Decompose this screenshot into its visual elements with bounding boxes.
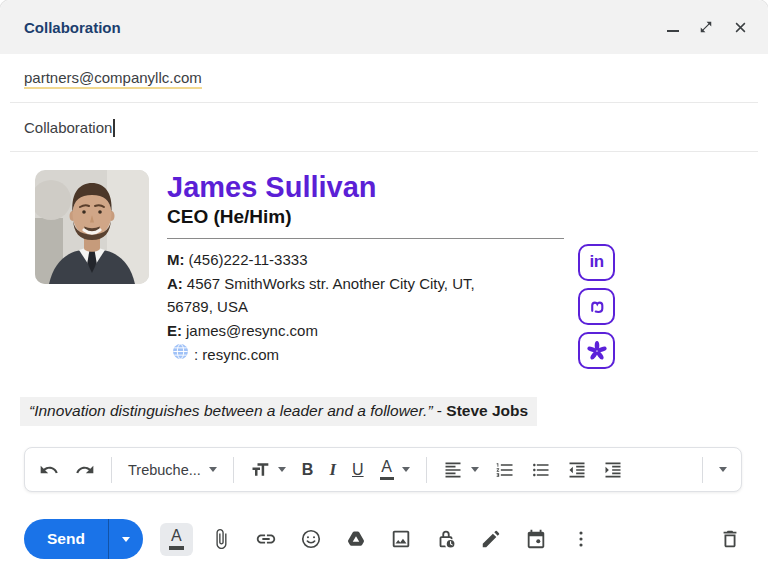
italic-button[interactable]: I	[329, 460, 336, 480]
send-split-button: Send	[24, 519, 143, 559]
more-options-icon[interactable]	[565, 523, 598, 556]
pop-out-icon[interactable]	[699, 20, 713, 34]
globe-icon	[172, 343, 189, 367]
undo-icon[interactable]	[39, 460, 59, 480]
underline-button[interactable]: U	[352, 461, 364, 479]
drive-icon[interactable]	[340, 523, 373, 556]
signature-quote: “Innovation distinguishes between a lead…	[20, 397, 537, 426]
insert-link-icon[interactable]	[250, 523, 283, 556]
send-button[interactable]: Send	[24, 519, 108, 559]
text-color-dropdown[interactable]: A	[380, 459, 410, 481]
compose-action-bar: Send A	[24, 517, 746, 561]
font-family-dropdown[interactable]: Trebuche...	[128, 462, 217, 478]
confidential-mode-icon[interactable]	[430, 523, 463, 556]
chevron-down-icon	[122, 537, 130, 542]
quote-author: Steve Jobs	[446, 402, 528, 419]
quote-text: “Innovation distinguishes between a lead…	[29, 402, 433, 419]
minimize-icon[interactable]	[667, 22, 679, 32]
signature-social-links: in	[578, 244, 615, 369]
chevron-down-icon	[402, 467, 410, 472]
toolbar-separator	[233, 457, 234, 483]
signature-block: James Sullivan CEO (He/Him) M:(456)222-1…	[167, 171, 567, 367]
signature-photo	[35, 170, 149, 284]
indent-increase-icon[interactable]	[603, 460, 623, 480]
formatting-options-button[interactable]: A	[160, 523, 193, 556]
formatting-toolbar: Trebuche... B I U A	[24, 447, 742, 492]
signature-contacts: M:(456)222-11-3333 A:4567 SmithWorks str…	[167, 248, 519, 367]
schedule-send-icon[interactable]	[520, 523, 553, 556]
compose-titlebar: Collaboration	[0, 0, 768, 54]
more-formatting-icon[interactable]	[719, 467, 727, 472]
redo-icon[interactable]	[75, 460, 95, 480]
signature-role: CEO (He/Him)	[167, 206, 567, 228]
insert-signature-icon[interactable]	[475, 523, 508, 556]
compose-window: Collaboration partners@companyllc.com Co…	[0, 0, 768, 580]
compose-title: Collaboration	[24, 19, 121, 36]
indent-decrease-icon[interactable]	[567, 460, 587, 480]
contact-address: A:4567 SmithWorks str. Another City City…	[167, 272, 519, 319]
signature-divider	[167, 238, 564, 239]
close-icon[interactable]	[733, 20, 748, 35]
recipient-address[interactable]: partners@companyllc.com	[24, 69, 202, 89]
chevron-down-icon	[471, 467, 479, 472]
signature-name: James Sullivan	[167, 171, 567, 203]
mastodon-icon[interactable]	[578, 288, 615, 325]
toolbar-separator	[426, 457, 427, 483]
toolbar-separator	[702, 457, 703, 483]
contact-website: : resync.com	[167, 343, 519, 367]
window-controls	[667, 20, 748, 35]
bold-button[interactable]: B	[302, 461, 314, 479]
toolbar-separator	[111, 457, 112, 483]
contact-mobile: M:(456)222-11-3333	[167, 248, 519, 272]
numbered-list-icon[interactable]	[495, 460, 515, 480]
bulleted-list-icon[interactable]	[531, 460, 551, 480]
subject-field[interactable]: Collaboration	[0, 103, 768, 152]
quote-separator: -	[433, 402, 447, 419]
compose-tools: A	[160, 523, 598, 556]
font-size-dropdown[interactable]	[250, 460, 286, 480]
insert-emoji-icon[interactable]	[295, 523, 328, 556]
text-cursor	[113, 119, 115, 137]
chevron-down-icon	[278, 467, 286, 472]
recipients-field[interactable]: partners@companyllc.com	[0, 54, 768, 103]
chevron-down-icon	[209, 467, 217, 472]
contact-email: E:james@resync.com	[167, 319, 519, 343]
attach-file-icon[interactable]	[205, 523, 238, 556]
align-left-icon	[443, 460, 463, 480]
text-size-icon	[250, 460, 270, 480]
linkedin-icon[interactable]: in	[578, 244, 615, 281]
subject-text: Collaboration	[24, 119, 112, 136]
send-options-button[interactable]	[109, 519, 143, 559]
align-dropdown[interactable]	[443, 460, 479, 480]
insert-photo-icon[interactable]	[385, 523, 418, 556]
yelp-icon[interactable]	[578, 332, 615, 369]
discard-draft-icon[interactable]	[713, 523, 746, 556]
